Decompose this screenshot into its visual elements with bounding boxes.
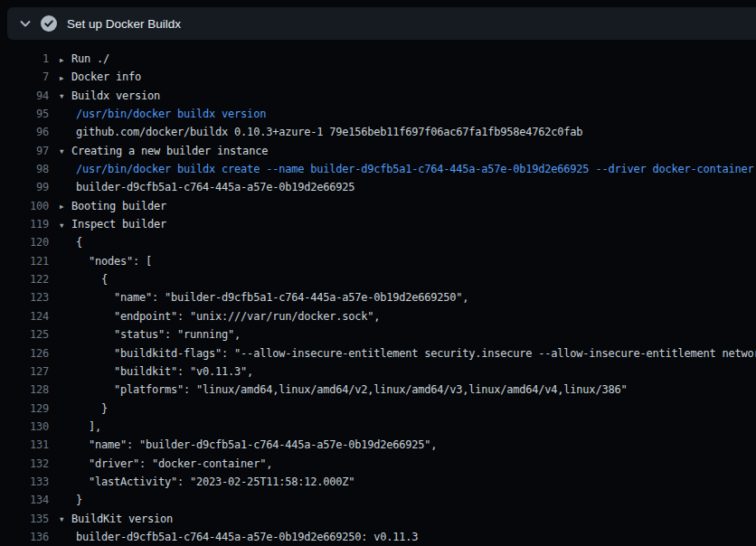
- log-line: 134 }: [0, 491, 756, 509]
- group-toggle-icon[interactable]: ▶: [60, 52, 71, 69]
- log-group-line[interactable]: 135 ▼BuildKit version: [0, 510, 756, 528]
- log-text: "buildkitd-flags": "--allow-insecure-ent…: [76, 347, 756, 360]
- log-group-line[interactable]: 100 ▶Booting builder: [0, 197, 756, 215]
- line-number[interactable]: 1: [0, 50, 49, 68]
- line-number[interactable]: 96: [0, 123, 49, 141]
- line-number[interactable]: 124: [0, 307, 49, 325]
- log-line-body: "status": "running",: [49, 325, 756, 344]
- log-text: /usr/bin/docker buildx create --name bui…: [76, 163, 754, 175]
- line-number[interactable]: 130: [0, 418, 49, 436]
- line-number[interactable]: 132: [0, 455, 49, 473]
- group-toggle-icon[interactable]: ▼: [60, 88, 71, 105]
- log-line-body: /usr/bin/docker buildx version: [49, 105, 756, 123]
- log-text: Buildx version: [71, 89, 160, 102]
- log-line-body: }: [49, 491, 756, 509]
- log-line-body: {: [49, 270, 756, 288]
- log-line-body: /usr/bin/docker buildx create --name bui…: [49, 160, 756, 178]
- group-toggle-icon[interactable]: ▼: [60, 511, 71, 528]
- line-number[interactable]: 95: [0, 105, 49, 123]
- log-group-line[interactable]: 94 ▼Buildx version: [0, 87, 756, 105]
- log-text: {: [76, 236, 82, 249]
- line-number[interactable]: 99: [0, 178, 49, 196]
- log-line: 131 "name": "builder-d9cfb5a1-c764-445a-…: [0, 436, 756, 454]
- log-text: "nodes": [: [76, 255, 152, 268]
- line-number[interactable]: 128: [0, 381, 49, 399]
- log-text: Docker info: [71, 71, 141, 83]
- line-number[interactable]: 127: [0, 362, 49, 381]
- line-number[interactable]: 131: [0, 436, 49, 454]
- log-line-body: ▶Booting builder: [49, 197, 756, 215]
- log-line-body: ],: [49, 418, 756, 436]
- log-line-body: "buildkit": "v0.11.3",: [49, 362, 756, 381]
- line-number[interactable]: 135: [0, 510, 49, 528]
- log-line-body: {: [49, 233, 756, 251]
- log-text: Run ./: [71, 52, 109, 65]
- line-number[interactable]: 122: [0, 270, 49, 288]
- log-line: 128 "platforms": "linux/amd64,linux/amd6…: [0, 381, 756, 399]
- line-number[interactable]: 94: [0, 87, 49, 105]
- log-line-body: "nodes": [: [49, 252, 756, 270]
- line-number[interactable]: 119: [0, 215, 49, 233]
- log-line-body: "endpoint": "unix:///var/run/docker.sock…: [49, 307, 756, 325]
- chevron-down-icon[interactable]: [18, 16, 33, 31]
- log-line: 120 {: [0, 233, 756, 251]
- log-line: 121 "nodes": [: [0, 252, 756, 270]
- log-line-body: "buildkitd-flags": "--allow-insecure-ent…: [49, 344, 756, 362]
- log-line: 129 }: [0, 400, 756, 418]
- log-text: ],: [76, 420, 101, 433]
- log-text: builder-d9cfb5a1-c764-445a-a57e-0b19d2e6…: [76, 531, 418, 543]
- log-lines: 1 ▶Run ./ 7 ▶Docker info 94 ▼Buildx vers…: [0, 50, 756, 546]
- log-text: Booting builder: [71, 200, 166, 212]
- log-text: }: [76, 402, 108, 415]
- check-circle-icon: [41, 15, 57, 32]
- log-text: "platforms": "linux/amd64,linux/amd64/v2…: [76, 383, 627, 396]
- line-number[interactable]: 123: [0, 288, 49, 306]
- group-toggle-icon[interactable]: ▶: [60, 198, 71, 215]
- line-number[interactable]: 136: [0, 528, 49, 546]
- log-text: "status": "running",: [76, 328, 241, 341]
- line-number[interactable]: 120: [0, 233, 49, 251]
- line-number[interactable]: 98: [0, 160, 49, 178]
- line-number[interactable]: 133: [0, 473, 49, 491]
- log-line-body: ▼Creating a new builder instance: [49, 142, 756, 160]
- group-toggle-icon[interactable]: ▼: [60, 143, 71, 160]
- log-text: "driver": "docker-container",: [76, 457, 272, 470]
- step-title: Set up Docker Buildx: [67, 17, 181, 31]
- log-line-body: "driver": "docker-container",: [49, 455, 756, 473]
- log-line: 126 "buildkitd-flags": "--allow-insecure…: [0, 344, 756, 362]
- line-number[interactable]: 129: [0, 400, 49, 418]
- group-toggle-icon[interactable]: ▶: [60, 70, 71, 87]
- log-text: "lastActivity": "2023-02-25T11:58:12.000…: [76, 475, 354, 488]
- group-toggle-icon[interactable]: ▼: [60, 217, 71, 234]
- log-group-line[interactable]: 97 ▼Creating a new builder instance: [0, 142, 756, 160]
- log-line-body: "platforms": "linux/amd64,linux/amd64/v2…: [49, 381, 756, 399]
- log-line-body: builder-d9cfb5a1-c764-445a-a57e-0b19d2e6…: [49, 528, 756, 546]
- log-line: 124 "endpoint": "unix:///var/run/docker.…: [0, 307, 756, 325]
- line-number[interactable]: 121: [0, 252, 49, 270]
- line-number[interactable]: 134: [0, 491, 49, 509]
- log-line: 133 "lastActivity": "2023-02-25T11:58:12…: [0, 473, 756, 491]
- line-number[interactable]: 126: [0, 344, 49, 362]
- log-text: builder-d9cfb5a1-c764-445a-a57e-0b19d2e6…: [76, 181, 354, 193]
- log-line-body: ▶Run ./: [49, 50, 756, 68]
- log-line: 99 builder-d9cfb5a1-c764-445a-a57e-0b19d…: [0, 178, 756, 196]
- log-group-line[interactable]: 1 ▶Run ./: [0, 50, 756, 68]
- log-text: "endpoint": "unix:///var/run/docker.sock…: [76, 310, 380, 323]
- log-text: "name": "builder-d9cfb5a1-c764-445a-a57e…: [76, 291, 468, 304]
- log-line-body: ▼BuildKit version: [49, 510, 756, 528]
- line-number[interactable]: 97: [0, 142, 49, 160]
- step-header[interactable]: Set up Docker Buildx: [7, 7, 756, 40]
- log-text: /usr/bin/docker buildx version: [76, 108, 266, 120]
- log-line: 98 /usr/bin/docker buildx create --name …: [0, 160, 756, 178]
- log-line-body: }: [49, 400, 756, 418]
- line-number[interactable]: 100: [0, 197, 49, 215]
- log-line: 95 /usr/bin/docker buildx version: [0, 105, 756, 123]
- line-number[interactable]: 7: [0, 68, 49, 86]
- log-line: 125 "status": "running",: [0, 325, 756, 344]
- log-text: {: [76, 273, 108, 286]
- log-group-line[interactable]: 7 ▶Docker info: [0, 68, 756, 86]
- log-line-body: ▼Buildx version: [49, 87, 756, 105]
- log-line-body: "lastActivity": "2023-02-25T11:58:12.000…: [49, 473, 756, 491]
- line-number[interactable]: 125: [0, 325, 49, 344]
- log-group-line[interactable]: 119 ▼Inspect builder: [0, 215, 756, 233]
